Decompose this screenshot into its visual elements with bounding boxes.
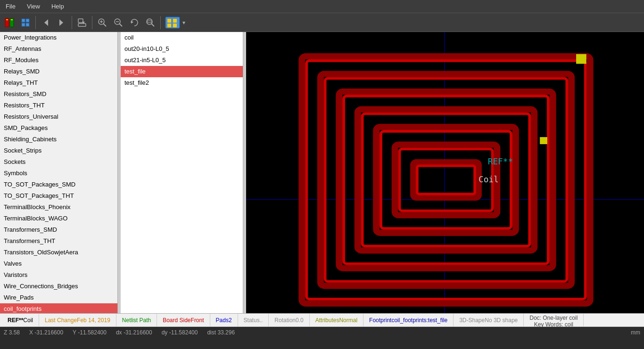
book-button[interactable]	[2, 15, 17, 30]
status-doc: Doc: One-layer coil Key Words: coil	[524, 314, 584, 326]
status-row2: Z 3.58 X -31.216600 Y -11.582400 dx -31.…	[0, 327, 644, 338]
svg-marker-29	[182, 22, 185, 24]
fp-item-test-file[interactable]: test_file	[121, 66, 243, 77]
lib-item-to-sot-tht[interactable]: TO_SOT_Packages_THT	[0, 190, 117, 202]
coord-dist: dist 33.296	[207, 329, 235, 336]
place-button[interactable]	[163, 15, 187, 30]
svg-rect-5	[26, 19, 29, 22]
lib-item-shielding-cabinets[interactable]: Shielding_Cabinets	[0, 134, 117, 145]
canvas-area[interactable]: REF** Coil	[246, 32, 644, 313]
svg-rect-7	[26, 23, 29, 26]
lib-item-transistors-old[interactable]: Transistors_OldSowjetAera	[0, 247, 117, 258]
footprint-panel[interactable]: coil out20-in10-L0_5 out21-in5-L0_5 test…	[121, 32, 243, 313]
status-board-side: Board Side Front	[157, 314, 210, 326]
fp-item-out21[interactable]: out21-in5-L0_5	[121, 55, 243, 66]
status-ref-value: REF**	[8, 317, 23, 324]
back-button[interactable]	[38, 15, 53, 30]
fp-item-coil[interactable]: coil	[121, 32, 243, 43]
status-status-label: Status	[244, 317, 260, 324]
lib-item-valves[interactable]: Valves	[0, 258, 117, 269]
status-3dshape-value: No 3D shape	[485, 317, 518, 324]
lib-item-relays-tht[interactable]: Relays_THT	[0, 77, 117, 89]
svg-rect-10	[78, 24, 86, 26]
svg-rect-25	[167, 19, 171, 23]
forward-button[interactable]	[54, 15, 69, 30]
toolbar-sep-4	[160, 16, 161, 29]
lib-item-power-integrations[interactable]: Power_Integrations	[0, 32, 117, 43]
svg-marker-8	[44, 19, 48, 26]
toolbar-sep-2	[72, 16, 72, 29]
zoom-in-button[interactable]	[95, 15, 110, 30]
lib-item-resistors-tht[interactable]: Resistors_THT	[0, 100, 117, 111]
svg-text:REF**: REF**	[488, 157, 513, 166]
lib-item-coil-footprints[interactable]: coil_footprints	[0, 303, 117, 313]
status-footprint-label: Footprint	[369, 317, 391, 324]
svg-rect-42	[413, 162, 479, 197]
lib-item-relays-smd[interactable]: Relays_SMD	[0, 66, 117, 77]
toolbar	[0, 13, 644, 32]
lib-item-rf-antennas[interactable]: RF_Antennas	[0, 43, 117, 55]
status-attributes-label: Attributes	[315, 317, 339, 324]
zoom-area-button[interactable]	[143, 15, 158, 30]
lib-item-resistors-universal[interactable]: Resistors_Universal	[0, 111, 117, 122]
menu-view[interactable]: View	[21, 1, 46, 12]
svg-rect-6	[22, 23, 25, 26]
lib-item-terminal-wago[interactable]: TerminalBlocks_WAGO	[0, 213, 117, 224]
coord-y: Y -11.582400	[73, 329, 107, 336]
status-board-side-value: Front	[191, 317, 204, 324]
fp-item-out20[interactable]: out20-in10-L0_5	[121, 43, 243, 55]
lib-item-wire-connections[interactable]: Wire_Connections_Bridges	[0, 281, 117, 292]
fp-item-test-file2[interactable]: test_file2	[121, 77, 243, 89]
svg-rect-3	[11, 19, 13, 20]
main-area: Power_Integrations RF_Antennas RF_Module…	[0, 32, 644, 313]
status-pads: Pads 2	[210, 314, 238, 326]
lib-item-varistors[interactable]: Varistors	[0, 269, 117, 281]
status-value: Coil	[23, 317, 33, 324]
component-button[interactable]	[18, 15, 33, 30]
svg-rect-37	[362, 114, 529, 246]
lib-item-rf-modules[interactable]: RF_Modules	[0, 55, 117, 66]
svg-rect-26	[173, 19, 177, 23]
svg-rect-44	[576, 54, 586, 64]
svg-line-19	[119, 24, 122, 26]
lib-item-socket-strips[interactable]: Socket_Strips	[0, 145, 117, 156]
zoom-out-button[interactable]	[111, 15, 126, 30]
menu-help[interactable]: Help	[46, 1, 70, 12]
status-board-side-label: Board Side	[163, 317, 190, 324]
status-last-change: Last Change Feb 14, 2019	[39, 314, 116, 326]
lib-item-transformers-tht[interactable]: Transformers_THT	[0, 235, 117, 247]
lib-item-transformers-smd[interactable]: Transformers_SMD	[0, 224, 117, 235]
status-attributes-value: Normal	[339, 317, 357, 324]
load-button[interactable]	[74, 15, 90, 30]
status-rotation-value: 0.0	[296, 317, 304, 324]
status-rotation-label: Rotation	[274, 317, 296, 324]
lib-item-wire-pads[interactable]: Wire_Pads	[0, 292, 117, 303]
status-row1: REF** Coil Last Change Feb 14, 2019 Netl…	[0, 314, 644, 327]
svg-line-16	[103, 24, 106, 26]
lib-item-symbols[interactable]: Symbols	[0, 168, 117, 179]
coord-z: Z 3.58	[4, 329, 20, 336]
status-last-change-label: Last Change	[45, 317, 77, 324]
svg-rect-27	[167, 24, 171, 27]
status-netlist: Netlist Path	[116, 314, 157, 326]
lib-item-resistors-smd[interactable]: Resistors_SMD	[0, 89, 117, 100]
svg-rect-4	[22, 19, 25, 22]
coil-canvas: REF** Coil	[246, 32, 644, 313]
toolbar-sep-1	[35, 16, 36, 29]
status-footprint-value: coil_footprints:test_file	[391, 317, 447, 324]
zoom-refresh-button[interactable]	[127, 15, 142, 30]
status-status-value: ..	[260, 317, 263, 324]
library-panel[interactable]: Power_Integrations RF_Antennas RF_Module…	[0, 32, 118, 313]
status-pads-label: Pads	[216, 317, 229, 324]
menu-file[interactable]: File	[0, 1, 21, 12]
status-rotation: Rotation 0.0	[269, 314, 309, 326]
lib-item-to-sot-smd[interactable]: TO_SOT_Packages_SMD	[0, 179, 117, 190]
svg-text:Coil: Coil	[479, 175, 499, 184]
lib-item-terminal-phoenix[interactable]: TerminalBlocks_Phoenix	[0, 202, 117, 213]
status-pads-value: 2	[229, 317, 232, 324]
lib-item-sockets[interactable]: Sockets	[0, 156, 117, 168]
status-status: Status ..	[238, 314, 269, 326]
lib-item-smd-packages[interactable]: SMD_Packages	[0, 122, 117, 134]
statusbar: REF** Coil Last Change Feb 14, 2019 Netl…	[0, 313, 644, 338]
coord-dx: dx -31.216600	[116, 329, 152, 336]
